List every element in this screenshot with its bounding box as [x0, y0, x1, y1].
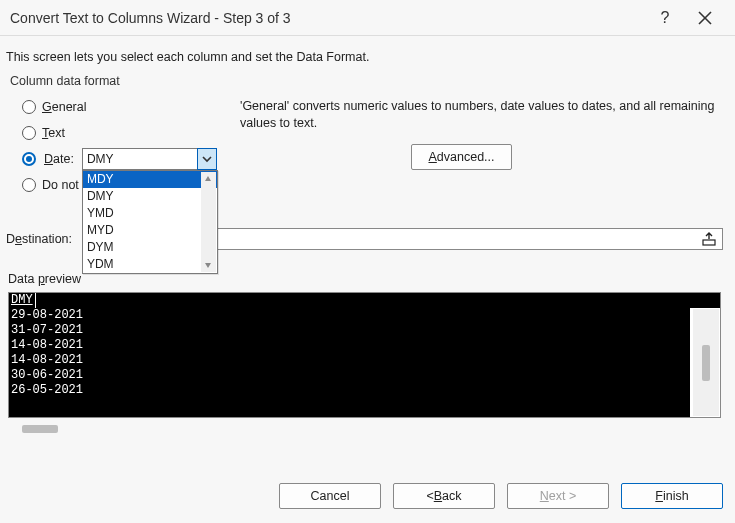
radio-date-label: Date:: [44, 152, 74, 166]
preview-row: 14-08-2021: [11, 338, 688, 353]
footer-buttons: Cancel < Back Next > Finish: [0, 473, 735, 523]
format-hint-text: 'General' converts numeric values to num…: [240, 98, 723, 132]
preview-row: 14-08-2021: [11, 353, 688, 368]
range-picker-icon: [702, 232, 716, 246]
dropdown-option[interactable]: DYM: [83, 239, 217, 256]
preview-row: 26-05-2021: [11, 383, 688, 398]
radio-general[interactable]: General: [22, 94, 240, 120]
close-icon: [698, 11, 712, 25]
preview-horizontal-scrollbar[interactable]: [10, 422, 719, 438]
column-data-format-group: Column data format General Text Date:: [6, 74, 723, 198]
date-format-dropdown[interactable]: MDYDMYYMDMYDDYMYDM: [82, 170, 218, 274]
scroll-down-icon: [201, 258, 216, 272]
dropdown-scrollbar[interactable]: [201, 172, 216, 272]
cancel-button[interactable]: Cancel: [279, 483, 381, 509]
svg-marker-2: [205, 176, 211, 181]
dropdown-option[interactable]: MDY: [83, 171, 217, 188]
svg-marker-3: [205, 263, 211, 268]
radio-text-label: Text: [42, 126, 65, 140]
preview-row: 30-06-2021: [11, 368, 688, 383]
advanced-button[interactable]: Advanced...: [411, 144, 511, 170]
radio-general-label: General: [42, 100, 86, 114]
dropdown-option[interactable]: DMY: [83, 188, 217, 205]
dropdown-option[interactable]: MYD: [83, 222, 217, 239]
title-bar: Convert Text to Columns Wizard - Step 3 …: [0, 0, 735, 36]
range-picker-button[interactable]: [700, 231, 718, 247]
preview-vertical-scrollbar[interactable]: [693, 309, 719, 416]
preview-row: 29-08-2021: [11, 308, 688, 323]
scroll-thumb[interactable]: [22, 425, 58, 433]
group-legend: Column data format: [10, 74, 723, 88]
next-button: Next >: [507, 483, 609, 509]
finish-button[interactable]: Finish: [621, 483, 723, 509]
data-preview-label: Data preview: [8, 272, 723, 286]
radio-text[interactable]: Text: [22, 120, 240, 146]
intro-text: This screen lets you select each column …: [6, 50, 723, 64]
dropdown-option[interactable]: YMD: [83, 205, 217, 222]
preview-header[interactable]: DMY: [8, 292, 721, 308]
radio-donot-label: Do not i: [42, 178, 85, 192]
radio-date[interactable]: Date: DMY MDYDMYYMDMYDDYMYDM: [22, 146, 240, 172]
svg-rect-4: [703, 240, 715, 245]
radio-icon: [22, 152, 36, 166]
back-button[interactable]: < Back: [393, 483, 495, 509]
preview-column-header[interactable]: DMY: [9, 293, 36, 308]
window-title: Convert Text to Columns Wizard - Step 3 …: [10, 10, 645, 26]
help-button[interactable]: ?: [645, 4, 685, 32]
preview-row: 31-07-2021: [11, 323, 688, 338]
date-format-value: DMY: [82, 148, 198, 170]
dropdown-option[interactable]: YDM: [83, 256, 217, 273]
scroll-thumb[interactable]: [702, 345, 710, 381]
chevron-down-icon: [202, 154, 212, 164]
destination-label: Destination:: [6, 232, 78, 246]
close-button[interactable]: [685, 4, 725, 32]
preview-data-area: 29-08-202131-07-202114-08-202114-08-2021…: [9, 308, 690, 417]
radio-icon: [22, 178, 36, 192]
data-preview: DMY 29-08-202131-07-202114-08-202114-08-…: [8, 292, 721, 438]
combo-arrow-button[interactable]: [197, 148, 217, 170]
radio-icon: [22, 100, 36, 114]
radio-icon: [22, 126, 36, 140]
scroll-up-icon: [201, 172, 216, 186]
date-format-combo[interactable]: DMY MDYDMYYMDMYDDYMYDM: [82, 148, 217, 170]
